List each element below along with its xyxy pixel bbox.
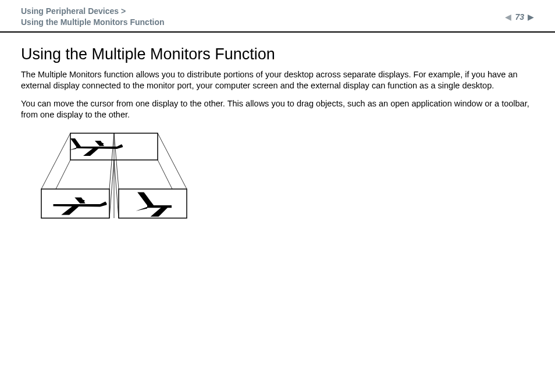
next-page-icon[interactable]: ▶ [528,13,534,21]
page-content: Using the Multiple Monitors Function The… [0,33,555,227]
prev-page-icon[interactable]: ◀ [505,13,511,21]
page-navigation: ◀ 73 ▶ [505,12,534,22]
breadcrumb-parent[interactable]: Using Peripheral Devices > [21,6,165,17]
intro-paragraph-1: The Multiple Monitors function allows yo… [21,69,534,91]
page-number: 73 [515,12,524,22]
svg-line-7 [109,160,114,218]
svg-point-2 [100,143,104,145]
svg-line-10 [158,133,187,189]
svg-point-13 [69,208,74,211]
svg-line-9 [114,160,119,218]
svg-point-1 [90,150,95,152]
svg-rect-15 [119,189,187,218]
page-title: Using the Multiple Monitors Function [21,45,534,63]
intro-paragraph-2: You can move the cursor from one display… [21,98,534,120]
multiple-monitors-illustration [38,131,534,226]
monitors-svg [38,131,190,224]
svg-line-4 [41,133,70,189]
breadcrumb: Using Peripheral Devices > Using the Mul… [21,6,165,28]
svg-rect-12 [41,189,109,218]
svg-point-14 [81,200,85,202]
breadcrumb-current: Using the Multiple Monitors Function [21,17,165,28]
page-header: Using Peripheral Devices > Using the Mul… [0,0,555,33]
